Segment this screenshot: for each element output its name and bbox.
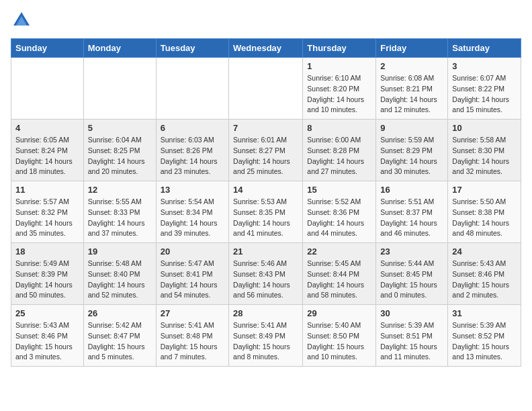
day-number: 27 [161, 308, 225, 318]
day-cell: 15Sunrise: 5:52 AMSunset: 8:36 PMDayligh… [303, 181, 376, 243]
day-info: Sunrise: 5:44 AMSunset: 8:45 PMDaylight:… [380, 259, 444, 301]
day-cell: 30Sunrise: 5:39 AMSunset: 8:51 PMDayligh… [376, 305, 448, 367]
day-number: 19 [88, 246, 152, 257]
header-cell-sunday: Sunday [11, 39, 84, 58]
day-number: 5 [88, 123, 152, 133]
day-info: Sunrise: 6:05 AMSunset: 8:24 PMDaylight:… [15, 135, 80, 177]
day-cell: 17Sunrise: 5:50 AMSunset: 8:38 PMDayligh… [448, 181, 521, 243]
day-number: 21 [233, 246, 299, 257]
day-info: Sunrise: 5:58 AMSunset: 8:30 PMDaylight:… [452, 135, 517, 177]
day-number: 9 [380, 123, 444, 133]
week-row-2: 4Sunrise: 6:05 AMSunset: 8:24 PMDaylight… [11, 120, 521, 181]
header-cell-wednesday: Wednesday [229, 39, 303, 58]
header-cell-monday: Monday [83, 39, 156, 58]
day-info: Sunrise: 5:45 AMSunset: 8:44 PMDaylight:… [307, 259, 372, 301]
week-row-5: 25Sunrise: 5:43 AMSunset: 8:46 PMDayligh… [11, 305, 521, 367]
day-cell: 2Sunrise: 6:08 AMSunset: 8:21 PMDaylight… [376, 58, 448, 120]
header-cell-tuesday: Tuesday [156, 39, 228, 58]
day-number: 2 [380, 61, 444, 71]
day-number: 4 [15, 123, 80, 133]
day-cell: 8Sunrise: 6:00 AMSunset: 8:28 PMDaylight… [303, 120, 376, 181]
day-cell: 16Sunrise: 5:51 AMSunset: 8:37 PMDayligh… [376, 181, 448, 243]
day-cell: 13Sunrise: 5:54 AMSunset: 8:34 PMDayligh… [156, 181, 228, 243]
day-number: 7 [233, 123, 299, 133]
page-header [11, 11, 521, 33]
week-row-3: 11Sunrise: 5:57 AMSunset: 8:32 PMDayligh… [11, 181, 521, 243]
day-info: Sunrise: 6:03 AMSunset: 8:26 PMDaylight:… [161, 135, 225, 177]
week-row-4: 18Sunrise: 5:49 AMSunset: 8:39 PMDayligh… [11, 243, 521, 305]
day-info: Sunrise: 5:39 AMSunset: 8:52 PMDaylight:… [452, 320, 517, 363]
day-info: Sunrise: 5:54 AMSunset: 8:34 PMDaylight:… [161, 197, 225, 239]
day-info: Sunrise: 5:39 AMSunset: 8:51 PMDaylight:… [380, 320, 444, 363]
day-cell [229, 58, 303, 120]
day-cell: 5Sunrise: 6:04 AMSunset: 8:25 PMDaylight… [83, 120, 156, 181]
day-cell: 10Sunrise: 5:58 AMSunset: 8:30 PMDayligh… [448, 120, 521, 181]
day-cell: 4Sunrise: 6:05 AMSunset: 8:24 PMDaylight… [11, 120, 84, 181]
day-info: Sunrise: 5:59 AMSunset: 8:29 PMDaylight:… [380, 135, 444, 177]
day-cell: 6Sunrise: 6:03 AMSunset: 8:26 PMDaylight… [156, 120, 228, 181]
calendar-table: SundayMondayTuesdayWednesdayThursdayFrid… [11, 38, 521, 367]
day-info: Sunrise: 6:08 AMSunset: 8:21 PMDaylight:… [380, 73, 444, 116]
day-cell: 27Sunrise: 5:41 AMSunset: 8:48 PMDayligh… [156, 305, 228, 367]
day-number: 23 [380, 246, 444, 257]
day-number: 17 [452, 185, 517, 195]
day-cell [156, 58, 228, 120]
day-number: 30 [380, 308, 444, 318]
day-cell [11, 58, 84, 120]
day-number: 16 [380, 185, 444, 195]
day-info: Sunrise: 5:42 AMSunset: 8:47 PMDaylight:… [88, 320, 152, 363]
day-number: 6 [161, 123, 225, 133]
day-cell: 19Sunrise: 5:48 AMSunset: 8:40 PMDayligh… [83, 243, 156, 305]
day-info: Sunrise: 5:47 AMSunset: 8:41 PMDaylight:… [161, 259, 225, 301]
day-cell: 29Sunrise: 5:40 AMSunset: 8:50 PMDayligh… [303, 305, 376, 367]
day-cell: 24Sunrise: 5:43 AMSunset: 8:46 PMDayligh… [448, 243, 521, 305]
day-info: Sunrise: 5:41 AMSunset: 8:48 PMDaylight:… [161, 320, 225, 363]
day-info: Sunrise: 5:46 AMSunset: 8:43 PMDaylight:… [233, 259, 299, 301]
logo-icon [12, 11, 31, 30]
week-row-1: 1Sunrise: 6:10 AMSunset: 8:20 PMDaylight… [11, 58, 521, 120]
day-info: Sunrise: 5:43 AMSunset: 8:46 PMDaylight:… [15, 320, 80, 363]
day-cell: 14Sunrise: 5:53 AMSunset: 8:35 PMDayligh… [229, 181, 303, 243]
day-info: Sunrise: 5:49 AMSunset: 8:39 PMDaylight:… [15, 259, 80, 301]
day-info: Sunrise: 5:53 AMSunset: 8:35 PMDaylight:… [233, 197, 299, 239]
day-info: Sunrise: 6:07 AMSunset: 8:22 PMDaylight:… [452, 73, 517, 116]
logo [11, 11, 31, 33]
day-cell: 11Sunrise: 5:57 AMSunset: 8:32 PMDayligh… [11, 181, 84, 243]
day-number: 22 [307, 246, 372, 257]
day-info: Sunrise: 6:00 AMSunset: 8:28 PMDaylight:… [307, 135, 372, 177]
day-cell: 12Sunrise: 5:55 AMSunset: 8:33 PMDayligh… [83, 181, 156, 243]
day-number: 13 [161, 185, 225, 195]
header-cell-thursday: Thursday [303, 39, 376, 58]
day-cell: 3Sunrise: 6:07 AMSunset: 8:22 PMDaylight… [448, 58, 521, 120]
day-cell: 26Sunrise: 5:42 AMSunset: 8:47 PMDayligh… [83, 305, 156, 367]
day-number: 3 [452, 61, 517, 71]
day-cell [83, 58, 156, 120]
day-info: Sunrise: 5:52 AMSunset: 8:36 PMDaylight:… [307, 197, 372, 239]
day-cell: 31Sunrise: 5:39 AMSunset: 8:52 PMDayligh… [448, 305, 521, 367]
day-cell: 9Sunrise: 5:59 AMSunset: 8:29 PMDaylight… [376, 120, 448, 181]
day-number: 20 [161, 246, 225, 257]
day-number: 15 [307, 185, 372, 195]
day-cell: 18Sunrise: 5:49 AMSunset: 8:39 PMDayligh… [11, 243, 84, 305]
day-number: 24 [452, 246, 517, 257]
day-number: 29 [307, 308, 372, 318]
header-cell-friday: Friday [376, 39, 448, 58]
day-number: 18 [15, 246, 80, 257]
day-cell: 7Sunrise: 6:01 AMSunset: 8:27 PMDaylight… [229, 120, 303, 181]
day-cell: 25Sunrise: 5:43 AMSunset: 8:46 PMDayligh… [11, 305, 84, 367]
day-info: Sunrise: 5:50 AMSunset: 8:38 PMDaylight:… [452, 197, 517, 239]
day-info: Sunrise: 6:10 AMSunset: 8:20 PMDaylight:… [307, 73, 372, 116]
day-number: 11 [15, 185, 80, 195]
day-number: 14 [233, 185, 299, 195]
header-row: SundayMondayTuesdayWednesdayThursdayFrid… [11, 39, 521, 58]
day-number: 31 [452, 308, 517, 318]
day-cell: 21Sunrise: 5:46 AMSunset: 8:43 PMDayligh… [229, 243, 303, 305]
day-info: Sunrise: 5:41 AMSunset: 8:49 PMDaylight:… [233, 320, 299, 363]
day-number: 12 [88, 185, 152, 195]
day-number: 26 [88, 308, 152, 318]
day-cell: 22Sunrise: 5:45 AMSunset: 8:44 PMDayligh… [303, 243, 376, 305]
day-info: Sunrise: 6:04 AMSunset: 8:25 PMDaylight:… [88, 135, 152, 177]
day-number: 1 [307, 61, 372, 71]
day-info: Sunrise: 5:51 AMSunset: 8:37 PMDaylight:… [380, 197, 444, 239]
day-number: 25 [15, 308, 80, 318]
